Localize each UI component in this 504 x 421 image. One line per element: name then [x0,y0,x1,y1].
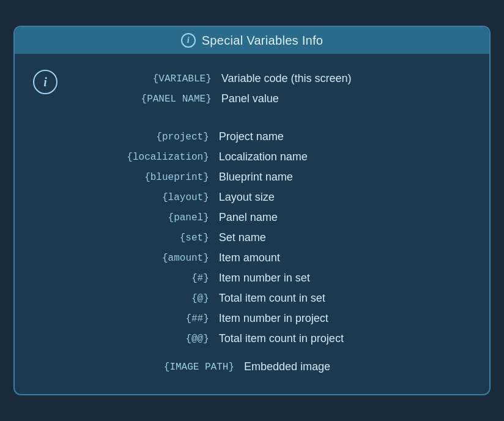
main-vars-table: {project} Project name {localization} Lo… [33,120,471,349]
var-code: {set} [33,228,219,248]
special-variables-panel: i Special Variables Info i {VARIABLE} Va… [13,26,491,395]
var-code: {layout} [33,187,219,207]
var-row: {##} Item number in project [33,308,471,329]
top-section: i {VARIABLE} Variable code (this screen)… [33,69,471,114]
var-row: {#} Item number in set [33,268,471,288]
header-info-icon: i [181,33,196,48]
var-code: {@} [33,288,219,308]
var-desc: Panel value [221,89,471,109]
var-desc: Panel name [219,207,471,228]
var-desc: Total item count in set [219,288,471,308]
var-code: {#} [33,268,219,288]
var-code: {blueprint} [33,167,219,187]
var-code: {PANEL NAME} [67,89,221,109]
bottom-vars-table: {IMAGE PATH} Embedded image [33,349,471,377]
var-desc: Total item count in project [219,329,471,349]
var-desc: Item number in set [219,268,471,288]
top-vars-table: {VARIABLE} Variable code (this screen) {… [67,69,471,109]
var-desc: Variable code (this screen) [221,69,471,89]
panel-body: i {VARIABLE} Variable code (this screen)… [15,54,489,394]
top-var-row: {VARIABLE} Variable code (this screen) [67,69,471,89]
var-row: {panel} Panel name [33,207,471,228]
var-code: {amount} [33,248,219,268]
var-desc: Project name [219,120,471,147]
var-desc: Set name [219,228,471,248]
var-desc: Embedded image [244,349,471,377]
var-desc: Layout size [219,187,471,207]
var-row: {set} Set name [33,228,471,248]
bottom-var-row: {IMAGE PATH} Embedded image [33,349,471,377]
var-code: {localization} [33,147,219,167]
var-code: {@@} [33,329,219,349]
top-vars-block: {VARIABLE} Variable code (this screen) {… [67,69,471,114]
var-code: {##} [33,308,219,329]
var-row: {amount} Item amount [33,248,471,268]
big-info-icon: i [33,70,57,94]
var-desc: Item amount [219,248,471,268]
var-desc: Localization name [219,147,471,167]
panel-header: i Special Variables Info [15,27,489,54]
var-row: {@@} Total item count in project [33,329,471,349]
var-desc: Item number in project [219,308,471,329]
var-row: {blueprint} Blueprint name [33,167,471,187]
var-code: {IMAGE PATH} [33,349,244,377]
var-code: {project} [33,120,219,147]
var-row: {localization} Localization name [33,147,471,167]
var-row: {@} Total item count in set [33,288,471,308]
var-code: {VARIABLE} [67,69,221,89]
var-code: {panel} [33,207,219,228]
var-row: {project} Project name [33,120,471,147]
var-desc: Blueprint name [219,167,471,187]
panel-title: Special Variables Info [202,34,324,48]
top-var-row: {PANEL NAME} Panel value [67,89,471,109]
var-row: {layout} Layout size [33,187,471,207]
